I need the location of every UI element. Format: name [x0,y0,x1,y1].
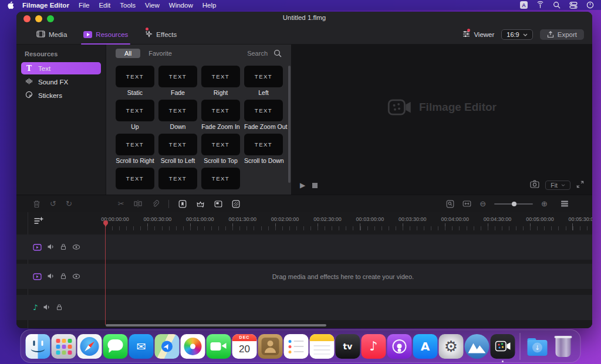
text-style-tile[interactable]: TEXTScroll to Right [116,134,154,165]
dock-settings-icon[interactable]: ⚙ [439,334,464,359]
text-style-tile[interactable]: TEXTDown [158,100,197,131]
tab-media[interactable]: Media [28,25,75,45]
dock-downloads-icon[interactable]: ↓ [525,334,550,359]
search-icon[interactable] [553,1,561,9]
tile-thumbnail[interactable]: TEXT [158,134,197,155]
dock-notes-icon[interactable] [310,334,335,359]
tile-thumbnail[interactable]: TEXT [244,134,283,155]
sidebar-item-stickers[interactable]: Stickers [21,89,101,101]
filter-tab-favorite[interactable]: Favorite [148,50,172,57]
sidebar-item-soundfx[interactable]: Sound FX [21,76,101,88]
delete-icon[interactable] [33,200,40,208]
viewer-toggle[interactable]: Viewer [462,30,494,39]
dock-reminders-icon[interactable] [284,334,309,359]
horizontal-scrollbar[interactable] [106,324,326,326]
tile-thumbnail[interactable]: TEXT [158,66,197,87]
tile-thumbnail[interactable]: TEXT [201,66,240,87]
lock-icon[interactable] [56,302,63,313]
dock-appstore-icon[interactable]: A [413,334,438,359]
lock-icon[interactable] [60,242,67,253]
tile-thumbnail[interactable]: TEXT [201,100,240,121]
tab-resources[interactable]: Resources [75,25,136,45]
menu-help[interactable]: Help [202,2,217,9]
visibility-icon[interactable] [72,242,80,253]
undo-icon[interactable]: ↺ [50,200,56,207]
dock-facetime-icon[interactable] [207,334,231,359]
audio-track[interactable]: ♪ [16,295,592,320]
mosaic-icon[interactable] [232,200,240,208]
split-icon[interactable] [134,200,142,207]
menu-tools[interactable]: Tools [120,2,136,9]
dock-finder-icon[interactable] [26,334,50,359]
menu-app-name[interactable]: Filmage Editor [22,2,69,9]
dock-filmage-editor-icon[interactable] [491,334,515,359]
visibility-icon[interactable] [72,271,80,282]
tile-thumbnail[interactable]: TEXT [201,168,240,189]
dock-safari-icon[interactable] [77,334,102,359]
video-track-1[interactable] [16,234,592,260]
tile-thumbnail[interactable]: TEXT [201,134,240,155]
fullscreen-icon[interactable] [576,180,584,190]
text-style-tile[interactable]: TEXTFade Zoom Out [244,100,283,131]
play-button[interactable]: ▶ [300,181,305,189]
fit-timeline-icon[interactable] [462,200,471,207]
marker-icon[interactable] [178,200,187,208]
dock-mail-icon[interactable]: ✉ [129,334,154,359]
input-source-icon[interactable]: A [520,1,528,9]
zoom-slider[interactable] [494,203,533,205]
fit-select[interactable]: Fit [545,181,570,190]
text-style-tile[interactable]: TEXTRight [201,66,240,97]
dock-messages-icon[interactable] [103,334,128,359]
track-list-icon[interactable] [561,200,569,207]
tile-thumbnail[interactable]: TEXT [158,100,197,121]
playhead[interactable] [105,220,106,325]
dock-photos-icon[interactable] [181,334,205,359]
zoom-in-icon[interactable]: ⊕ [541,200,548,207]
menu-edit[interactable]: Edit [99,2,110,9]
zoom-out-icon[interactable]: ⊖ [480,200,486,207]
search-box[interactable]: Search [247,49,282,57]
menu-view[interactable]: View [145,2,160,9]
apple-menu-icon[interactable] [7,1,14,9]
snapshot-icon[interactable] [530,180,539,190]
control-center-icon[interactable] [569,2,578,9]
zoom-to-selection-icon[interactable] [446,200,454,208]
redo-icon[interactable]: ↻ [66,200,72,207]
tile-thumbnail[interactable]: TEXT [158,168,197,189]
text-style-tile[interactable]: TEXT [116,168,154,195]
text-style-tile[interactable]: TEXTUp [116,100,154,131]
text-style-tile[interactable]: TEXT [201,168,240,195]
dock-calendar-icon[interactable]: DEC20 [232,334,257,359]
video-track-2[interactable]: Drag media and effects here to create yo… [16,264,592,289]
aspect-ratio-select[interactable]: 16:9 [501,29,532,40]
text-style-tile[interactable]: TEXTScroll to Left [158,134,197,165]
text-style-tile[interactable]: TEXTScroll to Down [244,134,283,165]
tile-thumbnail[interactable]: TEXT [244,66,283,87]
sidebar-item-text[interactable]: T Text [21,62,101,74]
export-button[interactable]: Export [540,29,584,40]
pip-icon[interactable] [214,200,222,208]
dock-music-icon[interactable]: ♪ [362,334,386,359]
vertical-scrollbar[interactable] [288,66,291,183]
text-style-tile[interactable]: TEXTFade Zoom In [201,100,240,131]
text-style-tile[interactable]: TEXTFade [158,66,197,97]
stop-button[interactable] [312,183,318,188]
filter-tab-all[interactable]: All [116,49,140,58]
text-style-tile[interactable]: TEXTLeft [244,66,283,97]
tile-thumbnail[interactable]: TEXT [116,66,154,87]
menu-file[interactable]: File [79,2,90,9]
tile-thumbnail[interactable]: TEXT [116,168,154,189]
dock-appletv-icon[interactable]: tv [336,334,360,359]
dock-podcasts-icon[interactable] [387,334,412,359]
tile-thumbnail[interactable]: TEXT [244,100,283,121]
wireless-icon[interactable] [536,1,544,9]
tile-thumbnail[interactable]: TEXT [116,100,154,121]
clock-icon[interactable] [586,1,594,9]
cut-icon[interactable]: ✂ [118,200,124,207]
effects-crown-icon[interactable] [196,200,205,208]
dock-launchpad-icon[interactable] [52,334,76,359]
zoom-slider-thumb[interactable] [512,202,516,206]
tab-effects[interactable]: Effects [136,25,185,45]
dock-filmage-screen-icon[interactable] [465,334,489,359]
dock-contacts-icon[interactable] [258,334,283,359]
